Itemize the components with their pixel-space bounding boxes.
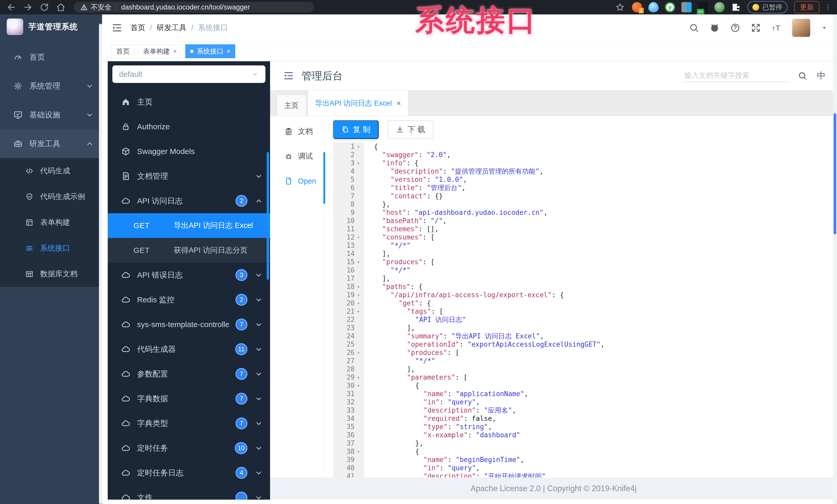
extension-icon[interactable] — [714, 2, 725, 12]
api-menu-item-5[interactable]: API 错误日志3 — [108, 263, 270, 287]
tag-tab-1[interactable]: 表单构建× — [138, 44, 182, 58]
extension-icon[interactable]: y — [665, 2, 675, 12]
fold-arrow-icon[interactable]: ▾ — [355, 307, 362, 316]
sidebar-collapse-icon[interactable] — [111, 22, 123, 34]
extension-icon[interactable]: on — [698, 2, 708, 12]
tag-tab-2[interactable]: 系统接口× — [185, 44, 235, 58]
token: "beginBeginTime" — [456, 456, 520, 464]
user-avatar[interactable] — [792, 19, 810, 37]
sidebar-item-4[interactable]: 代码生成 — [0, 158, 102, 184]
api-menu-item-3[interactable]: 文档管理 — [108, 164, 270, 188]
back-icon[interactable] — [6, 2, 17, 12]
code-line: 5"version": "1.0.0", — [333, 175, 837, 184]
breadcrumb-item[interactable]: 首页 — [130, 23, 145, 33]
breadcrumb-item[interactable]: 研发工具 — [157, 23, 186, 33]
fold-arrow-icon[interactable]: ▾ — [355, 159, 362, 167]
sidebar-scrollbar[interactable] — [99, 24, 102, 504]
sidebar-item-5[interactable]: 代码生成示例 — [0, 184, 102, 210]
api-menu-item-9[interactable]: 参数配置7 — [108, 361, 270, 386]
api-panel-scrollbar[interactable] — [267, 152, 269, 280]
api-menu-item-7[interactable]: sys-sms-template-controller7 — [108, 312, 270, 337]
api-menu-item-10[interactable]: 字典数据7 — [108, 386, 270, 411]
api-menu-item-11[interactable]: 字典类型7 — [108, 411, 270, 436]
copy-button[interactable]: 复 制 — [333, 120, 378, 139]
line-number: 13 — [340, 241, 355, 249]
api-menu-item-2[interactable]: Swagger Models — [108, 139, 270, 164]
api-operation-item[interactable]: GET获得API 访问日志分页 — [108, 238, 270, 263]
language-toggle[interactable]: 中 — [817, 70, 826, 82]
close-icon[interactable]: × — [173, 48, 177, 55]
extension-icon[interactable] — [681, 2, 692, 12]
forward-icon[interactable] — [23, 2, 33, 12]
bookmark-star-icon[interactable] — [616, 3, 625, 12]
fold-arrow-icon[interactable]: ▾ — [355, 282, 362, 291]
fold-arrow-icon[interactable]: ▾ — [355, 299, 362, 307]
doc-collapse-icon[interactable] — [283, 70, 294, 81]
api-group-select[interactable]: default — [112, 66, 265, 83]
fold-arrow-icon[interactable]: ▾ — [355, 258, 362, 266]
sidebar-item-7[interactable]: 系统接口 — [0, 236, 102, 261]
api-menu-item-6[interactable]: Redis 监控2 — [108, 287, 270, 312]
sidebar-item-1[interactable]: 系统管理 — [0, 72, 102, 100]
doc-tab-1[interactable]: 导出API 访问日志 Excel× — [308, 90, 408, 116]
api-menu-item-12[interactable]: 定时任务10 — [108, 436, 270, 461]
subnav-item-调试[interactable]: 调试 — [270, 144, 325, 169]
doc-search-icon[interactable] — [798, 71, 807, 80]
fold-arrow-icon[interactable]: ▾ — [355, 447, 362, 455]
api-menu-item-13[interactable]: 定时任务日志4 — [108, 461, 270, 485]
avatar-caret-down-icon[interactable] — [821, 24, 828, 31]
address-bar[interactable]: 不安全 dashboard.yudao.iocoder.cn/tool/swag… — [74, 2, 314, 13]
profile-paused-chip[interactable]: 已暂停 — [747, 1, 787, 13]
doc-tab-0[interactable]: 主页 — [277, 95, 306, 116]
tag-label: 首页 — [116, 47, 130, 56]
extensions-puzzle-icon[interactable] — [731, 2, 741, 12]
code-line: 41"description": "开始开始请求时间" — [333, 472, 837, 478]
sidebar-item-6[interactable]: 表单构建 — [0, 210, 102, 236]
code-content: "description": "提供管理员管理的所有功能", — [363, 167, 544, 175]
sidebar-item-label: 首页 — [29, 52, 94, 62]
fold-arrow-icon[interactable]: ▾ — [355, 381, 362, 390]
line-gutter: 25 — [333, 340, 363, 349]
sidebar-item-3[interactable]: 研发工具 — [0, 129, 102, 158]
fold-arrow-icon[interactable]: ▾ — [355, 349, 362, 357]
sidebar-item-0[interactable]: 首页 — [0, 43, 102, 72]
api-menu-item-0[interactable]: 主页 — [108, 90, 270, 114]
reload-icon[interactable] — [39, 2, 50, 12]
swagger-api-panel: default 主页AuthorizeSwagger Models文档管理API… — [108, 61, 270, 500]
subnav-item-open[interactable]: Open — [270, 169, 325, 193]
api-operation-item[interactable]: GET导出API 访问日志 Excel — [108, 213, 270, 238]
close-icon[interactable]: × — [396, 99, 401, 107]
fold-arrow-icon[interactable]: ▾ — [355, 143, 362, 151]
fold-arrow-icon[interactable]: ▾ — [355, 291, 362, 299]
extension-icon[interactable]: 1 — [632, 2, 642, 12]
tag-tab-0[interactable]: 首页 — [111, 44, 135, 58]
extension-icon[interactable] — [648, 2, 659, 12]
github-icon[interactable] — [710, 23, 719, 33]
sidebar-item-2[interactable]: 基础设施 — [0, 100, 102, 129]
browser-update-button[interactable]: 更新 — [794, 1, 819, 13]
app-logo-row[interactable]: 芋道管理系统 — [0, 14, 102, 39]
code-editor[interactable]: 1▾{2"swagger": "2.0",3▾"info": {4"descri… — [333, 143, 837, 478]
cloud-icon — [121, 419, 130, 428]
api-menu-item-1[interactable]: Authorize — [108, 114, 270, 139]
api-menu-item-8[interactable]: 代码生成器11 — [108, 337, 270, 361]
fold-arrow-icon[interactable]: ▾ — [355, 233, 362, 241]
code-line: 2"swagger": "2.0", — [333, 151, 837, 159]
page-scrollbar-thumb[interactable] — [834, 113, 836, 235]
page-scrollbar[interactable] — [833, 14, 837, 504]
browser-menu-kebab-icon[interactable] — [824, 3, 832, 12]
help-icon[interactable] — [730, 23, 740, 33]
browser-home-icon[interactable] — [56, 2, 66, 12]
close-icon[interactable]: × — [227, 48, 230, 55]
search-icon[interactable] — [689, 23, 699, 33]
subnav-item-文档[interactable]: 文档 — [270, 119, 325, 144]
api-menu-item-14[interactable]: 文件 — [108, 485, 270, 500]
doc-search-input[interactable] — [684, 69, 788, 82]
font-size-icon[interactable]: TT — [771, 23, 781, 33]
fold-arrow-icon[interactable]: ▾ — [355, 373, 362, 381]
download-button[interactable]: 下 载 — [388, 120, 433, 139]
sidebar-item-8[interactable]: 数据库文档 — [0, 261, 102, 287]
code-content: ], — [363, 365, 415, 373]
api-menu-item-4[interactable]: API 访问日志2 — [108, 188, 270, 213]
fullscreen-icon[interactable] — [751, 23, 761, 33]
